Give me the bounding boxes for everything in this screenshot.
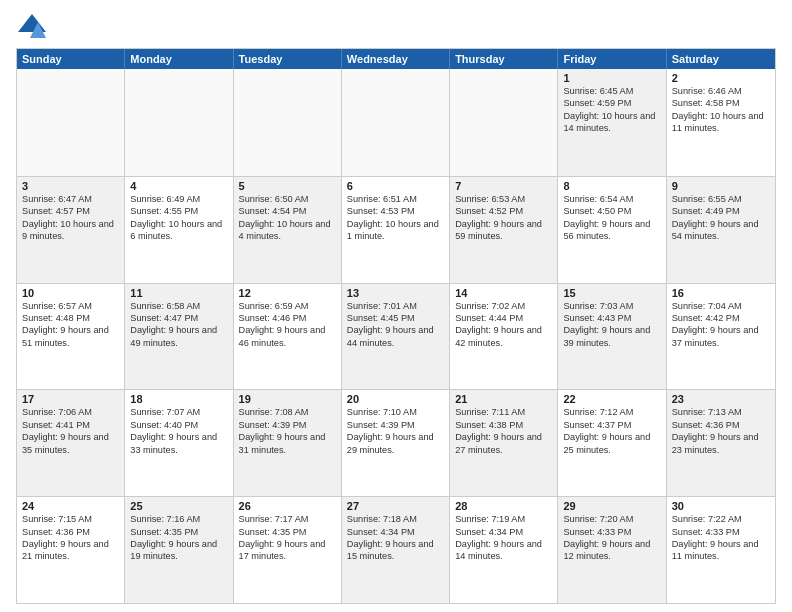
calendar-row: 17Sunrise: 7:06 AM Sunset: 4:41 PM Dayli… <box>17 389 775 496</box>
calendar-cell: 14Sunrise: 7:02 AM Sunset: 4:44 PM Dayli… <box>450 284 558 390</box>
cell-daylight-info: Sunrise: 6:54 AM Sunset: 4:50 PM Dayligh… <box>563 193 660 243</box>
cell-daylight-info: Sunrise: 7:20 AM Sunset: 4:33 PM Dayligh… <box>563 513 660 563</box>
cell-daylight-info: Sunrise: 7:17 AM Sunset: 4:35 PM Dayligh… <box>239 513 336 563</box>
day-number: 6 <box>347 180 444 192</box>
day-number: 14 <box>455 287 552 299</box>
calendar-cell: 18Sunrise: 7:07 AM Sunset: 4:40 PM Dayli… <box>125 390 233 496</box>
calendar-cell: 13Sunrise: 7:01 AM Sunset: 4:45 PM Dayli… <box>342 284 450 390</box>
day-number: 2 <box>672 72 770 84</box>
cell-daylight-info: Sunrise: 7:18 AM Sunset: 4:34 PM Dayligh… <box>347 513 444 563</box>
calendar-cell <box>234 69 342 176</box>
day-number: 29 <box>563 500 660 512</box>
cell-daylight-info: Sunrise: 7:01 AM Sunset: 4:45 PM Dayligh… <box>347 300 444 350</box>
calendar-cell: 17Sunrise: 7:06 AM Sunset: 4:41 PM Dayli… <box>17 390 125 496</box>
calendar-cell: 29Sunrise: 7:20 AM Sunset: 4:33 PM Dayli… <box>558 497 666 603</box>
calendar-cell: 1Sunrise: 6:45 AM Sunset: 4:59 PM Daylig… <box>558 69 666 176</box>
day-number: 11 <box>130 287 227 299</box>
calendar-cell: 28Sunrise: 7:19 AM Sunset: 4:34 PM Dayli… <box>450 497 558 603</box>
calendar-cell: 16Sunrise: 7:04 AM Sunset: 4:42 PM Dayli… <box>667 284 775 390</box>
day-number: 30 <box>672 500 770 512</box>
page: SundayMondayTuesdayWednesdayThursdayFrid… <box>0 0 792 612</box>
cell-daylight-info: Sunrise: 7:07 AM Sunset: 4:40 PM Dayligh… <box>130 406 227 456</box>
cell-daylight-info: Sunrise: 6:53 AM Sunset: 4:52 PM Dayligh… <box>455 193 552 243</box>
cell-daylight-info: Sunrise: 7:12 AM Sunset: 4:37 PM Dayligh… <box>563 406 660 456</box>
header <box>16 12 776 40</box>
day-number: 22 <box>563 393 660 405</box>
calendar-cell: 21Sunrise: 7:11 AM Sunset: 4:38 PM Dayli… <box>450 390 558 496</box>
cell-daylight-info: Sunrise: 7:06 AM Sunset: 4:41 PM Dayligh… <box>22 406 119 456</box>
day-number: 9 <box>672 180 770 192</box>
calendar-header: SundayMondayTuesdayWednesdayThursdayFrid… <box>17 49 775 69</box>
calendar-cell: 10Sunrise: 6:57 AM Sunset: 4:48 PM Dayli… <box>17 284 125 390</box>
day-number: 21 <box>455 393 552 405</box>
cell-daylight-info: Sunrise: 7:03 AM Sunset: 4:43 PM Dayligh… <box>563 300 660 350</box>
calendar-row: 3Sunrise: 6:47 AM Sunset: 4:57 PM Daylig… <box>17 176 775 283</box>
day-header-friday: Friday <box>558 49 666 69</box>
day-number: 1 <box>563 72 660 84</box>
day-number: 12 <box>239 287 336 299</box>
logo <box>16 12 52 40</box>
cell-daylight-info: Sunrise: 6:59 AM Sunset: 4:46 PM Dayligh… <box>239 300 336 350</box>
calendar-row: 10Sunrise: 6:57 AM Sunset: 4:48 PM Dayli… <box>17 283 775 390</box>
cell-daylight-info: Sunrise: 7:11 AM Sunset: 4:38 PM Dayligh… <box>455 406 552 456</box>
day-header-monday: Monday <box>125 49 233 69</box>
day-number: 23 <box>672 393 770 405</box>
day-header-wednesday: Wednesday <box>342 49 450 69</box>
cell-daylight-info: Sunrise: 6:49 AM Sunset: 4:55 PM Dayligh… <box>130 193 227 243</box>
calendar-cell: 19Sunrise: 7:08 AM Sunset: 4:39 PM Dayli… <box>234 390 342 496</box>
calendar-body: 1Sunrise: 6:45 AM Sunset: 4:59 PM Daylig… <box>17 69 775 603</box>
day-number: 4 <box>130 180 227 192</box>
cell-daylight-info: Sunrise: 7:04 AM Sunset: 4:42 PM Dayligh… <box>672 300 770 350</box>
cell-daylight-info: Sunrise: 7:22 AM Sunset: 4:33 PM Dayligh… <box>672 513 770 563</box>
cell-daylight-info: Sunrise: 6:47 AM Sunset: 4:57 PM Dayligh… <box>22 193 119 243</box>
calendar-cell: 27Sunrise: 7:18 AM Sunset: 4:34 PM Dayli… <box>342 497 450 603</box>
calendar-cell: 5Sunrise: 6:50 AM Sunset: 4:54 PM Daylig… <box>234 177 342 283</box>
calendar-cell <box>450 69 558 176</box>
calendar-cell: 24Sunrise: 7:15 AM Sunset: 4:36 PM Dayli… <box>17 497 125 603</box>
calendar-cell: 30Sunrise: 7:22 AM Sunset: 4:33 PM Dayli… <box>667 497 775 603</box>
cell-daylight-info: Sunrise: 6:57 AM Sunset: 4:48 PM Dayligh… <box>22 300 119 350</box>
calendar-cell <box>342 69 450 176</box>
cell-daylight-info: Sunrise: 6:55 AM Sunset: 4:49 PM Dayligh… <box>672 193 770 243</box>
cell-daylight-info: Sunrise: 7:08 AM Sunset: 4:39 PM Dayligh… <box>239 406 336 456</box>
calendar-cell: 15Sunrise: 7:03 AM Sunset: 4:43 PM Dayli… <box>558 284 666 390</box>
logo-icon <box>16 12 48 40</box>
calendar-cell: 7Sunrise: 6:53 AM Sunset: 4:52 PM Daylig… <box>450 177 558 283</box>
day-number: 27 <box>347 500 444 512</box>
calendar-cell <box>125 69 233 176</box>
calendar: SundayMondayTuesdayWednesdayThursdayFrid… <box>16 48 776 604</box>
calendar-cell: 23Sunrise: 7:13 AM Sunset: 4:36 PM Dayli… <box>667 390 775 496</box>
day-number: 28 <box>455 500 552 512</box>
cell-daylight-info: Sunrise: 7:13 AM Sunset: 4:36 PM Dayligh… <box>672 406 770 456</box>
calendar-cell: 8Sunrise: 6:54 AM Sunset: 4:50 PM Daylig… <box>558 177 666 283</box>
calendar-row: 24Sunrise: 7:15 AM Sunset: 4:36 PM Dayli… <box>17 496 775 603</box>
day-number: 10 <box>22 287 119 299</box>
day-header-thursday: Thursday <box>450 49 558 69</box>
day-number: 18 <box>130 393 227 405</box>
calendar-cell: 2Sunrise: 6:46 AM Sunset: 4:58 PM Daylig… <box>667 69 775 176</box>
day-number: 17 <box>22 393 119 405</box>
calendar-cell: 22Sunrise: 7:12 AM Sunset: 4:37 PM Dayli… <box>558 390 666 496</box>
day-header-saturday: Saturday <box>667 49 775 69</box>
calendar-cell: 20Sunrise: 7:10 AM Sunset: 4:39 PM Dayli… <box>342 390 450 496</box>
cell-daylight-info: Sunrise: 6:51 AM Sunset: 4:53 PM Dayligh… <box>347 193 444 243</box>
calendar-cell: 26Sunrise: 7:17 AM Sunset: 4:35 PM Dayli… <box>234 497 342 603</box>
calendar-cell: 4Sunrise: 6:49 AM Sunset: 4:55 PM Daylig… <box>125 177 233 283</box>
day-number: 26 <box>239 500 336 512</box>
day-number: 20 <box>347 393 444 405</box>
day-number: 13 <box>347 287 444 299</box>
calendar-cell: 6Sunrise: 6:51 AM Sunset: 4:53 PM Daylig… <box>342 177 450 283</box>
day-number: 3 <box>22 180 119 192</box>
day-header-sunday: Sunday <box>17 49 125 69</box>
calendar-cell: 9Sunrise: 6:55 AM Sunset: 4:49 PM Daylig… <box>667 177 775 283</box>
day-number: 7 <box>455 180 552 192</box>
day-number: 8 <box>563 180 660 192</box>
cell-daylight-info: Sunrise: 7:19 AM Sunset: 4:34 PM Dayligh… <box>455 513 552 563</box>
day-number: 5 <box>239 180 336 192</box>
cell-daylight-info: Sunrise: 7:02 AM Sunset: 4:44 PM Dayligh… <box>455 300 552 350</box>
calendar-cell: 3Sunrise: 6:47 AM Sunset: 4:57 PM Daylig… <box>17 177 125 283</box>
svg-marker-0 <box>18 14 46 32</box>
calendar-row: 1Sunrise: 6:45 AM Sunset: 4:59 PM Daylig… <box>17 69 775 176</box>
cell-daylight-info: Sunrise: 6:46 AM Sunset: 4:58 PM Dayligh… <box>672 85 770 135</box>
day-number: 15 <box>563 287 660 299</box>
